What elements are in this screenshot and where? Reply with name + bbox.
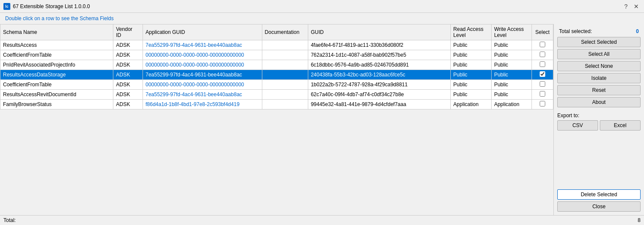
schema-name-cell: PnIdRevitAssociatedProjectInfo [0,60,113,70]
read-access-cell: Application [450,100,491,109]
app-icon: lc [3,3,10,10]
vendor-id-cell: ADSK [113,90,143,100]
app-guid-cell: 7ea55299-97fd-4ac4-9631-bee440aab8ac [143,40,262,50]
total-selected-count: 0 [636,28,639,34]
table-row[interactable]: PnIdRevitAssociatedProjectInfoADSK000000… [0,60,553,70]
row-checkbox[interactable] [540,42,545,47]
col-header-read-access: Read AccessLevel [450,24,491,40]
select-checkbox-cell[interactable] [532,80,553,90]
row-checkbox[interactable] [540,61,545,67]
schema-name-cell: ResultsAccessRevitDocumentId [0,90,113,100]
csv-button[interactable]: CSV [557,120,598,131]
window-controls: ? ✕ [622,2,641,11]
vendor-id-cell: ADSK [113,40,143,50]
table-row[interactable]: FamilyBrowserStatusADSKf86d4a1d-1b8f-4bd… [0,100,553,109]
select-checkbox-cell[interactable] [532,100,553,109]
documentation-cell [262,50,308,60]
select-checkbox-cell[interactable] [532,70,553,80]
sidebar-panel: Total selected: 0 Select Selected Select… [554,24,644,215]
window-title: 67 Extensible Storage List 1.0.0.0 [13,3,622,9]
select-all-button[interactable]: Select All [557,49,641,59]
table-row[interactable]: CoefficientFromTableADSK00000000-0000-00… [0,50,553,60]
documentation-cell [262,100,308,109]
table-row[interactable]: ResultsAccessDataStorageADSK7ea55299-97f… [0,70,553,80]
schema-name-cell: ResultsAccessDataStorage [0,70,113,80]
total-selected-row: Total selected: 0 [557,27,641,35]
write-access-cell: Public [491,40,532,50]
guid-cell: 4fae6fe4-671f-4819-ac11-330b36d080f2 [308,40,450,50]
subtitle-text: Double click on a row to see the Schema … [0,13,644,24]
select-checkbox-cell[interactable] [532,50,553,60]
export-section: Export to: CSV Excel [557,112,641,131]
read-access-cell: Public [450,90,491,100]
col-header-select: Select [532,24,553,40]
vendor-id-cell: ADSK [113,60,143,70]
row-checkbox[interactable] [540,81,545,87]
table-row[interactable]: CoefficientFromTableADSK00000000-0000-00… [0,80,553,90]
guid-cell: 6c18dbbc-9576-4a9b-ad85-0246705dd891 [308,60,450,70]
write-access-cell: Public [491,90,532,100]
select-checkbox-cell[interactable] [532,60,553,70]
write-access-cell: Public [491,60,532,70]
export-to-label: Export to: [557,112,641,119]
documentation-cell [262,60,308,70]
help-button[interactable]: ? [622,2,630,11]
vendor-id-cell: ADSK [113,80,143,90]
app-guid-cell: 7ea55299-97fd-4ac4-9631-bee440aab8ac [143,90,262,100]
documentation-cell [262,40,308,50]
main-content: Schema Name VendorID Application GUID Do… [0,24,644,215]
row-checkbox[interactable] [540,71,545,77]
select-checkbox-cell[interactable] [532,40,553,50]
schema-name-cell: FamilyBrowserStatus [0,100,113,109]
about-button[interactable]: About [557,97,641,107]
vendor-id-cell: ADSK [113,50,143,60]
app-guid-cell: 00000000-0000-0000-0000-000000000000 [143,50,262,60]
close-window-button[interactable]: ✕ [632,2,641,11]
col-header-app-guid: Application GUID [143,24,262,40]
isolate-button[interactable]: Isolate [557,73,641,83]
read-access-cell: Public [450,70,491,80]
read-access-cell: Public [450,80,491,90]
write-access-cell: Application [491,100,532,109]
table-row[interactable]: ResultsAccessADSK7ea55299-97fd-4ac4-9631… [0,40,553,50]
read-access-cell: Public [450,40,491,50]
read-access-cell: Public [450,50,491,60]
app-guid-cell: f86d4a1d-1b8f-4bd1-97e8-2c593bf4d419 [143,100,262,109]
documentation-cell [262,90,308,100]
row-checkbox[interactable] [540,101,545,106]
guid-cell: 62c7a40c-09f4-4db7-af74-c0df34c27b8e [308,90,450,100]
app-icon-text: lc [5,4,9,9]
select-selected-button[interactable]: Select Selected [557,37,641,47]
footer-total-value: 8 [638,217,641,223]
read-access-cell: Public [450,60,491,70]
row-checkbox[interactable] [540,52,545,57]
table-body: ResultsAccessADSK7ea55299-97fd-4ac4-9631… [0,40,553,109]
select-none-button[interactable]: Select None [557,61,641,71]
reset-button[interactable]: Reset [557,85,641,95]
export-row: CSV Excel [557,120,641,131]
guid-cell: 240438fa-55b3-42bc-ad03-128aac6fce5c [308,70,450,80]
app-guid-cell: 00000000-0000-0000-0000-000000000000 [143,80,262,90]
total-selected-label: Total selected: [559,28,592,34]
close-button[interactable]: Close [557,201,641,212]
guid-cell: 762a2314-1d1c-4087-a58f-bab902f57be5 [308,50,450,60]
vendor-id-cell: ADSK [113,100,143,109]
delete-selected-button[interactable]: Delete Selected [557,189,641,200]
select-checkbox-cell[interactable] [532,90,553,100]
schema-name-cell: ResultsAccess [0,40,113,50]
write-access-cell: Public [491,80,532,90]
documentation-cell [262,80,308,90]
excel-button[interactable]: Excel [600,120,641,131]
table-area: Schema Name VendorID Application GUID Do… [0,24,554,215]
write-access-cell: Public [491,50,532,60]
data-table: Schema Name VendorID Application GUID Do… [0,24,553,109]
row-checkbox[interactable] [540,91,545,97]
col-header-write-access: Write AccessLevel [491,24,532,40]
col-header-schema-name: Schema Name [0,24,113,40]
col-header-vendor-id: VendorID [113,24,143,40]
vendor-id-cell: ADSK [113,70,143,80]
col-header-documentation: Documentation [262,24,308,40]
table-header-row: Schema Name VendorID Application GUID Do… [0,24,553,40]
footer-row: Total: 8 [0,215,644,225]
table-row[interactable]: ResultsAccessRevitDocumentIdADSK7ea55299… [0,90,553,100]
